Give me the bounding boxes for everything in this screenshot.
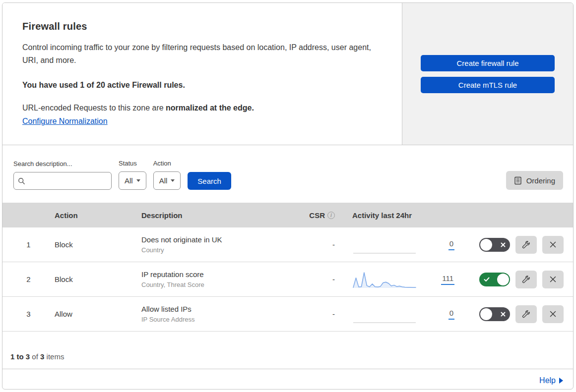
list-document-icon — [514, 176, 522, 185]
normalization-note: URL-encoded Requests to this zone are no… — [22, 104, 382, 112]
table-row: 1 Block Does not originate in UK Country… — [2, 227, 573, 262]
rule-criteria: Country — [141, 246, 300, 254]
rule-index: 3 — [26, 310, 30, 318]
activity-sparkline — [352, 270, 417, 289]
overview-description: Control incoming traffic to your zone by… — [22, 41, 382, 67]
search-box — [13, 172, 112, 190]
help-link-label: Help — [539, 376, 556, 385]
close-icon — [549, 310, 557, 318]
rule-index: 1 — [26, 240, 30, 249]
table-row: 2 Block IP reputation score Country, Thr… — [2, 262, 573, 297]
table-header: Action Description CSR i Activity last 2… — [2, 203, 573, 227]
page-title: Firewall rules — [22, 21, 382, 32]
action-filter-group: Action All — [153, 160, 181, 190]
chevron-down-icon — [136, 179, 140, 182]
rules-table-body: 1 Block Does not originate in UK Country… — [2, 227, 573, 332]
action-label: Action — [153, 160, 181, 167]
toggle-knob — [497, 274, 509, 285]
status-filter-group: Status All — [119, 160, 146, 190]
rule-action: Block — [55, 240, 141, 249]
activity-count-link[interactable]: 0 — [448, 309, 454, 320]
overview-text-panel: Firewall rules Control incoming traffic … — [2, 3, 402, 145]
rule-enabled-toggle[interactable] — [479, 273, 510, 286]
rule-criteria: IP Source Address — [141, 316, 300, 323]
info-icon[interactable]: i — [327, 212, 335, 219]
rule-criteria: Country, Threat Score — [141, 281, 300, 288]
rule-action: Allow — [55, 310, 141, 318]
normalization-prefix: URL-encoded Requests to this zone are — [22, 104, 166, 112]
rule-index: 2 — [26, 275, 30, 283]
csr-header-label: CSR — [309, 211, 325, 220]
status-dropdown-value: All — [125, 176, 133, 185]
search-label: Search description... — [13, 160, 112, 168]
description-column-header: Description — [141, 211, 300, 220]
x-icon — [501, 312, 506, 317]
edit-rule-button[interactable] — [515, 271, 537, 288]
delete-rule-button[interactable] — [542, 305, 564, 323]
chevron-down-icon — [171, 179, 175, 182]
x-icon — [501, 242, 506, 247]
rule-activity-cell: 0 — [335, 235, 456, 255]
rule-activity-cell: 0 — [335, 304, 456, 324]
search-group: Search description... — [13, 160, 112, 190]
help-link[interactable]: Help — [539, 376, 563, 385]
csr-column-header: CSR i — [309, 211, 335, 220]
ordering-button-label: Ordering — [526, 176, 555, 185]
rule-description-cell: IP reputation score Country, Threat Scor… — [141, 270, 300, 288]
activity-sparkline — [352, 304, 417, 324]
rule-activity-cell: 111 — [335, 270, 456, 289]
rule-controls — [456, 271, 573, 288]
table-row: 3 Allow Allow listed IPs IP Source Addre… — [2, 297, 573, 332]
overview-section: Firewall rules Control incoming traffic … — [2, 3, 573, 145]
filter-bar: Search description... Status All Action … — [2, 145, 573, 203]
wrench-icon — [522, 240, 530, 249]
ordering-button[interactable]: Ordering — [506, 171, 563, 190]
status-label: Status — [119, 160, 146, 167]
item-total: 3 — [40, 352, 44, 361]
search-button[interactable]: Search — [188, 172, 231, 190]
delete-rule-button[interactable] — [542, 236, 564, 254]
close-icon — [549, 241, 557, 248]
rule-action: Block — [55, 275, 141, 283]
check-icon — [484, 277, 490, 282]
usage-summary: You have used 1 of 20 active Firewall ru… — [22, 81, 382, 90]
close-icon — [549, 276, 557, 283]
item-range: 1 to 3 — [10, 352, 30, 361]
activity-sparkline — [352, 235, 417, 255]
rule-description-cell: Does not originate in UK Country — [141, 235, 300, 254]
rule-description-cell: Allow listed IPs IP Source Address — [141, 305, 300, 323]
wrench-icon — [522, 310, 530, 318]
toggle-knob — [480, 308, 492, 320]
edit-rule-button[interactable] — [515, 305, 537, 323]
activity-count-link[interactable]: 0 — [448, 239, 454, 250]
rule-description: IP reputation score — [141, 270, 300, 279]
of-text: of — [32, 352, 38, 361]
arrow-right-icon — [559, 378, 563, 384]
search-icon — [18, 177, 25, 185]
delete-rule-button[interactable] — [542, 271, 564, 288]
actions-panel: Create firewall rule Create mTLS rule — [402, 3, 573, 145]
rule-controls — [456, 305, 573, 323]
firewall-rules-panel: Firewall rules Control incoming traffic … — [2, 2, 574, 390]
normalization-bold: normalized at the edge. — [166, 104, 254, 112]
pagination-summary: 1 to 3 of 3 items — [2, 332, 573, 369]
status-dropdown[interactable]: All — [119, 171, 146, 190]
items-text: items — [47, 352, 64, 361]
rule-enabled-toggle[interactable] — [479, 307, 510, 321]
rule-description: Does not originate in UK — [141, 235, 300, 244]
rule-enabled-toggle[interactable] — [479, 238, 510, 252]
activity-count-link[interactable]: 111 — [441, 274, 454, 285]
create-mtls-rule-button[interactable]: Create mTLS rule — [421, 77, 555, 93]
action-dropdown-value: All — [159, 176, 168, 185]
wrench-icon — [522, 275, 530, 283]
activity-column-header: Activity last 24hr — [335, 211, 456, 220]
help-row: Help — [2, 369, 573, 390]
toggle-knob — [480, 239, 492, 251]
action-dropdown[interactable]: All — [153, 171, 181, 190]
configure-normalization-link[interactable]: Configure Normalization — [22, 117, 108, 126]
edit-rule-button[interactable] — [515, 236, 537, 254]
action-column-header: Action — [55, 211, 141, 220]
search-input[interactable] — [28, 177, 107, 185]
rule-description: Allow listed IPs — [141, 305, 300, 313]
create-firewall-rule-button[interactable]: Create firewall rule — [421, 55, 555, 71]
